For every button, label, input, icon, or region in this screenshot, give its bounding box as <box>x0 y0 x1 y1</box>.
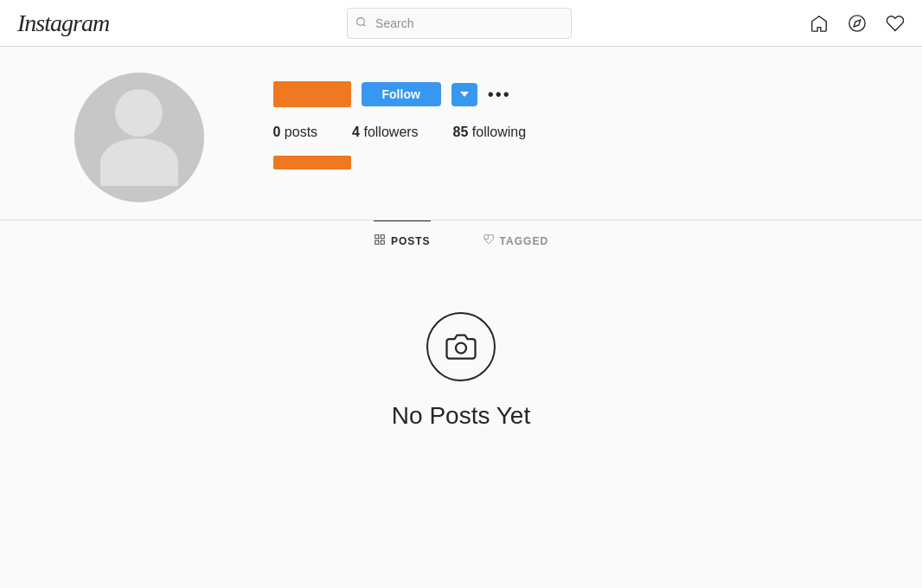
search-input[interactable] <box>347 8 572 39</box>
profile-stats: 0 posts 4 followers 85 following <box>273 125 848 140</box>
profile-section: Follow ••• 0 posts 4 followers 85 follow… <box>57 47 866 220</box>
header-nav <box>810 14 905 33</box>
camera-circle <box>426 312 496 381</box>
avatar-wrap <box>74 73 204 202</box>
avatar-person <box>100 89 178 186</box>
no-posts-label: No Posts Yet <box>392 402 530 430</box>
svg-point-0 <box>357 17 365 25</box>
avatar-body <box>100 138 178 186</box>
followers-count: 4 <box>352 125 360 139</box>
empty-state: No Posts Yet <box>0 260 922 464</box>
tab-tagged-label: TAGGED <box>500 235 548 247</box>
following-count: 85 <box>453 125 469 139</box>
svg-line-1 <box>363 24 365 26</box>
camera-icon <box>445 331 477 362</box>
svg-rect-7 <box>375 240 379 244</box>
follow-button[interactable]: Follow <box>362 82 441 106</box>
tabs-row: POSTS TAGGED <box>57 220 866 260</box>
follow-dropdown-button[interactable] <box>451 83 477 106</box>
posts-label: posts <box>285 125 317 139</box>
header: Instagram <box>0 0 922 47</box>
posts-stat: 0 posts <box>273 125 318 140</box>
bio-placeholder <box>273 156 351 169</box>
explore-icon[interactable] <box>848 14 867 33</box>
avatar-head <box>115 89 163 137</box>
grid-icon <box>374 233 386 248</box>
followers-label: followers <box>363 125 418 139</box>
svg-rect-8 <box>381 240 384 244</box>
tab-posts[interactable]: POSTS <box>374 220 431 260</box>
search-icon <box>355 16 367 30</box>
heart-icon[interactable] <box>886 14 905 33</box>
svg-rect-9 <box>483 235 488 240</box>
tag-icon <box>483 233 495 248</box>
tab-tagged[interactable]: TAGGED <box>483 220 548 260</box>
app-logo: Instagram <box>17 10 109 37</box>
more-options-button[interactable]: ••• <box>488 85 511 105</box>
username-placeholder <box>273 81 351 107</box>
home-icon[interactable] <box>810 14 829 33</box>
svg-point-10 <box>456 343 466 354</box>
avatar <box>74 73 204 202</box>
profile-top-row: Follow ••• <box>273 81 848 107</box>
posts-count: 0 <box>273 125 281 139</box>
svg-rect-6 <box>381 235 384 239</box>
tab-posts-label: POSTS <box>391 235 431 247</box>
search-wrap <box>347 8 572 39</box>
profile-info: Follow ••• 0 posts 4 followers 85 follow… <box>273 73 848 169</box>
followers-stat[interactable]: 4 followers <box>352 125 419 140</box>
following-stat[interactable]: 85 following <box>453 125 527 140</box>
following-label: following <box>472 125 526 139</box>
svg-marker-4 <box>460 92 469 97</box>
svg-point-2 <box>849 15 865 30</box>
svg-marker-3 <box>854 20 861 27</box>
svg-rect-5 <box>375 235 379 239</box>
